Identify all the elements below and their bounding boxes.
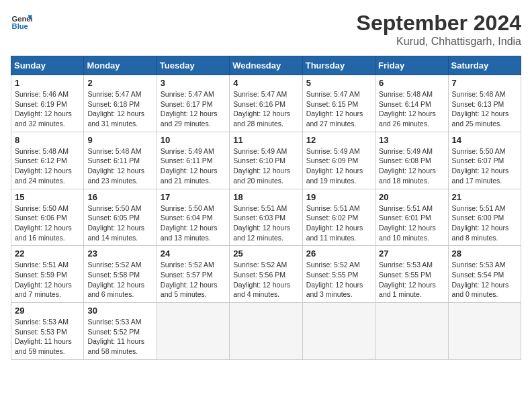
day-info: Sunrise: 5:47 AM Sunset: 6:17 PM Dayligh… xyxy=(161,89,226,129)
day-number: 5 xyxy=(306,78,371,88)
day-info: Sunrise: 5:49 AM Sunset: 6:11 PM Dayligh… xyxy=(161,146,226,186)
month-title: September 2024 xyxy=(357,11,521,36)
day-info: Sunrise: 5:51 AM Sunset: 6:00 PM Dayligh… xyxy=(452,203,517,243)
day-number: 21 xyxy=(452,192,517,202)
day-cell: 23Sunrise: 5:52 AM Sunset: 5:58 PM Dayli… xyxy=(84,246,157,303)
empty-cell xyxy=(230,303,302,360)
day-cell: 3Sunrise: 5:47 AM Sunset: 6:17 PM Daylig… xyxy=(157,75,229,132)
day-cell: 29Sunrise: 5:53 AM Sunset: 5:53 PM Dayli… xyxy=(11,303,84,360)
day-number: 24 xyxy=(161,248,226,259)
day-info: Sunrise: 5:51 AM Sunset: 5:59 PM Dayligh… xyxy=(15,260,80,300)
day-number: 3 xyxy=(161,78,226,88)
empty-cell xyxy=(302,303,375,360)
day-number: 8 xyxy=(15,135,80,145)
empty-cell xyxy=(448,303,521,360)
day-number: 4 xyxy=(233,78,298,88)
day-number: 22 xyxy=(15,248,80,259)
day-info: Sunrise: 5:52 AM Sunset: 5:56 PM Dayligh… xyxy=(233,260,298,300)
day-number: 9 xyxy=(87,135,152,145)
day-number: 2 xyxy=(87,78,152,88)
day-cell: 24Sunrise: 5:52 AM Sunset: 5:57 PM Dayli… xyxy=(157,246,229,303)
day-info: Sunrise: 5:48 AM Sunset: 6:13 PM Dayligh… xyxy=(452,89,517,129)
header-monday: Monday xyxy=(84,56,157,75)
day-number: 13 xyxy=(379,135,444,145)
header-thursday: Thursday xyxy=(302,56,375,75)
day-cell: 7Sunrise: 5:48 AM Sunset: 6:13 PM Daylig… xyxy=(448,75,521,132)
day-info: Sunrise: 5:53 AM Sunset: 5:53 PM Dayligh… xyxy=(15,317,80,357)
svg-text:Blue: Blue xyxy=(12,22,28,30)
day-cell: 1Sunrise: 5:46 AM Sunset: 6:19 PM Daylig… xyxy=(11,75,84,132)
calendar-week-row: 8Sunrise: 5:48 AM Sunset: 6:12 PM Daylig… xyxy=(11,132,521,189)
day-number: 30 xyxy=(87,306,152,316)
day-cell: 28Sunrise: 5:53 AM Sunset: 5:54 PM Dayli… xyxy=(448,246,521,303)
day-cell: 20Sunrise: 5:51 AM Sunset: 6:01 PM Dayli… xyxy=(375,189,448,246)
day-cell: 9Sunrise: 5:48 AM Sunset: 6:11 PM Daylig… xyxy=(84,132,157,189)
day-number: 10 xyxy=(161,135,226,145)
day-info: Sunrise: 5:48 AM Sunset: 6:11 PM Dayligh… xyxy=(87,146,152,186)
day-cell: 19Sunrise: 5:51 AM Sunset: 6:02 PM Dayli… xyxy=(302,189,375,246)
day-cell: 18Sunrise: 5:51 AM Sunset: 6:03 PM Dayli… xyxy=(230,189,302,246)
header-wednesday: Wednesday xyxy=(230,56,302,75)
calendar-week-row: 15Sunrise: 5:50 AM Sunset: 6:06 PM Dayli… xyxy=(11,189,521,246)
day-cell: 16Sunrise: 5:50 AM Sunset: 6:05 PM Dayli… xyxy=(84,189,157,246)
empty-cell xyxy=(157,303,229,360)
day-number: 14 xyxy=(452,135,517,145)
calendar-header-row: Sunday Monday Tuesday Wednesday Thursday… xyxy=(11,56,521,75)
title-block: September 2024 Kurud, Chhattisgarh, Indi… xyxy=(357,11,521,48)
day-cell: 17Sunrise: 5:50 AM Sunset: 6:04 PM Dayli… xyxy=(157,189,229,246)
day-number: 20 xyxy=(379,192,444,202)
day-cell: 25Sunrise: 5:52 AM Sunset: 5:56 PM Dayli… xyxy=(230,246,302,303)
page-header: General Blue September 2024 Kurud, Chhat… xyxy=(11,11,521,48)
day-cell: 26Sunrise: 5:52 AM Sunset: 5:55 PM Dayli… xyxy=(302,246,375,303)
day-info: Sunrise: 5:53 AM Sunset: 5:54 PM Dayligh… xyxy=(452,260,517,300)
day-info: Sunrise: 5:50 AM Sunset: 6:04 PM Dayligh… xyxy=(161,203,226,243)
day-cell: 8Sunrise: 5:48 AM Sunset: 6:12 PM Daylig… xyxy=(11,132,84,189)
day-info: Sunrise: 5:50 AM Sunset: 6:07 PM Dayligh… xyxy=(452,146,517,186)
day-cell: 2Sunrise: 5:47 AM Sunset: 6:18 PM Daylig… xyxy=(84,75,157,132)
day-info: Sunrise: 5:49 AM Sunset: 6:10 PM Dayligh… xyxy=(233,146,298,186)
calendar-week-row: 22Sunrise: 5:51 AM Sunset: 5:59 PM Dayli… xyxy=(11,246,521,303)
header-friday: Friday xyxy=(375,56,448,75)
day-info: Sunrise: 5:51 AM Sunset: 6:02 PM Dayligh… xyxy=(306,203,371,243)
logo-icon: General Blue xyxy=(11,11,32,32)
calendar-table: Sunday Monday Tuesday Wednesday Thursday… xyxy=(11,56,521,360)
day-info: Sunrise: 5:48 AM Sunset: 6:12 PM Dayligh… xyxy=(15,146,80,186)
day-cell: 14Sunrise: 5:50 AM Sunset: 6:07 PM Dayli… xyxy=(448,132,521,189)
calendar-week-row: 29Sunrise: 5:53 AM Sunset: 5:53 PM Dayli… xyxy=(11,303,521,360)
day-number: 6 xyxy=(379,78,444,88)
day-info: Sunrise: 5:53 AM Sunset: 5:55 PM Dayligh… xyxy=(379,260,444,300)
day-number: 18 xyxy=(233,192,298,202)
day-number: 12 xyxy=(306,135,371,145)
day-info: Sunrise: 5:53 AM Sunset: 5:52 PM Dayligh… xyxy=(87,317,152,357)
day-number: 26 xyxy=(306,248,371,259)
day-number: 15 xyxy=(15,192,80,202)
day-number: 27 xyxy=(379,248,444,259)
day-number: 17 xyxy=(161,192,226,202)
day-cell: 22Sunrise: 5:51 AM Sunset: 5:59 PM Dayli… xyxy=(11,246,84,303)
day-cell: 12Sunrise: 5:49 AM Sunset: 6:09 PM Dayli… xyxy=(302,132,375,189)
day-info: Sunrise: 5:50 AM Sunset: 6:06 PM Dayligh… xyxy=(15,203,80,243)
day-cell: 21Sunrise: 5:51 AM Sunset: 6:00 PM Dayli… xyxy=(448,189,521,246)
logo: General Blue xyxy=(11,11,32,32)
day-number: 19 xyxy=(306,192,371,202)
day-number: 29 xyxy=(15,306,80,316)
day-number: 1 xyxy=(15,78,80,88)
calendar-week-row: 1Sunrise: 5:46 AM Sunset: 6:19 PM Daylig… xyxy=(11,75,521,132)
day-info: Sunrise: 5:47 AM Sunset: 6:16 PM Dayligh… xyxy=(233,89,298,129)
day-info: Sunrise: 5:52 AM Sunset: 5:55 PM Dayligh… xyxy=(306,260,371,300)
day-number: 28 xyxy=(452,248,517,259)
day-info: Sunrise: 5:52 AM Sunset: 5:58 PM Dayligh… xyxy=(87,260,152,300)
day-number: 11 xyxy=(233,135,298,145)
day-cell: 11Sunrise: 5:49 AM Sunset: 6:10 PM Dayli… xyxy=(230,132,302,189)
day-info: Sunrise: 5:52 AM Sunset: 5:57 PM Dayligh… xyxy=(161,260,226,300)
day-number: 25 xyxy=(233,248,298,259)
day-info: Sunrise: 5:47 AM Sunset: 6:15 PM Dayligh… xyxy=(306,89,371,129)
day-cell: 10Sunrise: 5:49 AM Sunset: 6:11 PM Dayli… xyxy=(157,132,229,189)
day-info: Sunrise: 5:47 AM Sunset: 6:18 PM Dayligh… xyxy=(87,89,152,129)
day-cell: 27Sunrise: 5:53 AM Sunset: 5:55 PM Dayli… xyxy=(375,246,448,303)
location: Kurud, Chhattisgarh, India xyxy=(357,36,521,48)
day-info: Sunrise: 5:50 AM Sunset: 6:05 PM Dayligh… xyxy=(87,203,152,243)
day-cell: 4Sunrise: 5:47 AM Sunset: 6:16 PM Daylig… xyxy=(230,75,302,132)
header-tuesday: Tuesday xyxy=(157,56,229,75)
day-number: 7 xyxy=(452,78,517,88)
